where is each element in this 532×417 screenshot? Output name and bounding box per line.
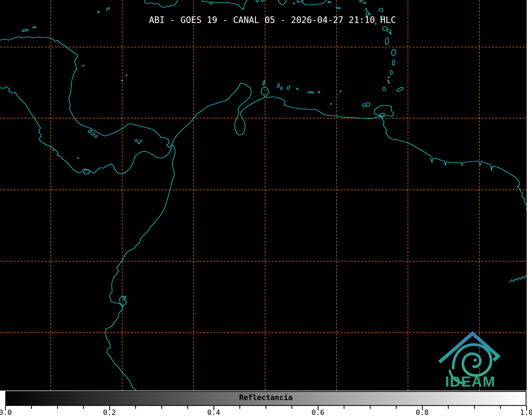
logo-text: IDEAM bbox=[445, 373, 495, 390]
colorbar-minor-tick bbox=[187, 406, 188, 409]
colorbar-tick-label: 0.4 bbox=[207, 408, 220, 416]
satellite-map: ABI - GOES 19 - CANAL 05 - 2026-04-27 21… bbox=[0, 0, 532, 417]
colorbar-minor-tick bbox=[83, 406, 84, 409]
colorbar-minor-tick bbox=[31, 406, 32, 409]
colorbar-minor-tick bbox=[135, 406, 136, 409]
colorbar-minor-tick bbox=[266, 406, 266, 409]
colorbar-tick-label: 0.0 bbox=[0, 408, 12, 416]
colorbar-minor-tick bbox=[500, 406, 501, 409]
satellite-product-window: ABI - GOES 19 - CANAL 05 - 2026-04-27 21… bbox=[0, 0, 532, 417]
colorbar-minor-tick bbox=[292, 406, 292, 409]
colorbar-minor-tick bbox=[344, 406, 344, 409]
colorbar-tick-label: 1.0 bbox=[520, 408, 532, 416]
colorbar-tick-label: 0.8 bbox=[416, 408, 429, 416]
colorbar-tick-label: 0.2 bbox=[103, 408, 116, 416]
colorbar-tick-label: 0.6 bbox=[312, 408, 325, 416]
colorbar-minor-tick bbox=[448, 406, 449, 409]
map-background bbox=[0, 0, 527, 391]
logo-spiral-eye bbox=[474, 359, 477, 362]
colorbar-label: Reflectancia bbox=[239, 393, 293, 402]
colorbar-minor-tick bbox=[57, 406, 58, 409]
colorbar-minor-tick bbox=[370, 406, 371, 409]
colorbar-minor-tick bbox=[239, 406, 240, 409]
colorbar-minor-tick bbox=[396, 406, 397, 409]
colorbar-minor-tick bbox=[474, 406, 475, 409]
map-title: ABI - GOES 19 - CANAL 05 - 2026-04-27 21… bbox=[149, 15, 396, 25]
colorbar-minor-tick bbox=[161, 406, 162, 409]
